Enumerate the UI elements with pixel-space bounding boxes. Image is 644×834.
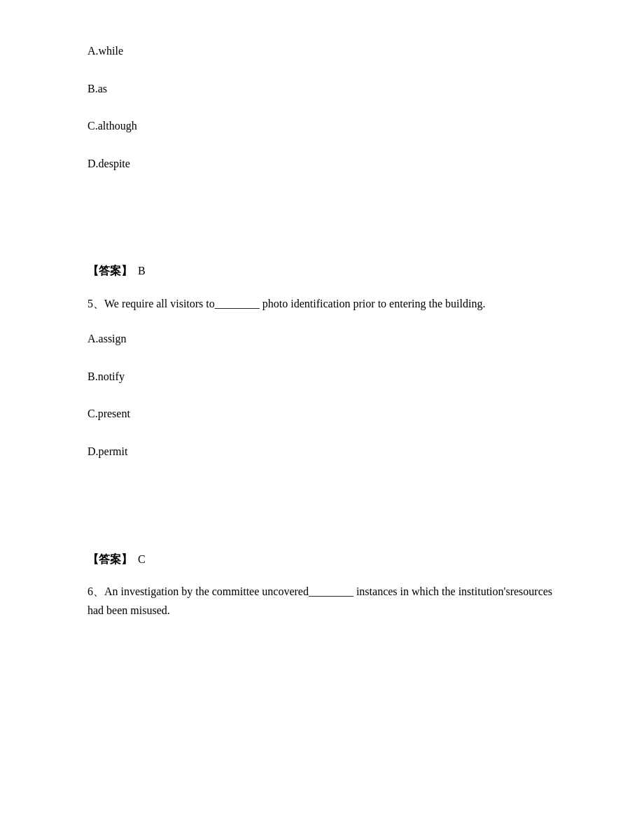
option-q5-c-present: C.present [88, 405, 556, 423]
option-b-as: B.as [88, 80, 556, 98]
answer-q5: 【答案】C [88, 550, 556, 569]
question-6-text: 6、An investigation by the committee unco… [88, 582, 556, 620]
spacer-2 [88, 480, 556, 522]
answer-q4: 【答案】B [88, 262, 556, 280]
option-q5-b-notify: B.notify [88, 368, 556, 386]
option-c-although: C.although [88, 117, 556, 135]
option-d-despite: D.despite [88, 155, 556, 173]
option-q5-d-permit: D.permit [88, 443, 556, 461]
spacer-1 [88, 192, 556, 234]
question-5-text: 5、We require all visitors to________ pho… [88, 294, 556, 313]
option-q5-a-assign: A.assign [88, 330, 556, 348]
option-a-while: A.while [88, 42, 556, 60]
